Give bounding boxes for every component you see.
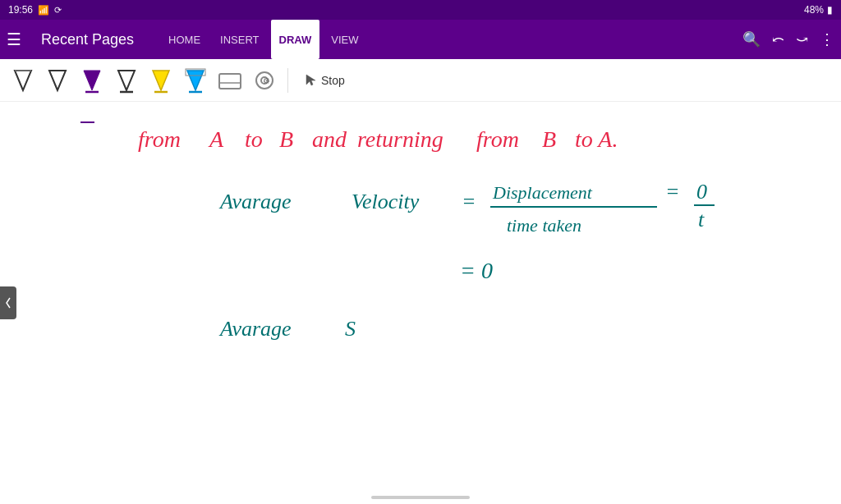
svg-marker-10 bbox=[187, 71, 204, 90]
highlighter-tool-1[interactable] bbox=[146, 66, 176, 95]
status-right: 48% ▮ bbox=[804, 4, 833, 16]
pen-tool-3[interactable] bbox=[77, 66, 107, 95]
time-display: 19:56 bbox=[8, 4, 33, 16]
pen-tool-4[interactable] bbox=[112, 66, 141, 95]
handwriting-content: from A to B and returning from B to A. A… bbox=[0, 102, 841, 504]
svg-marker-8 bbox=[153, 71, 169, 90]
highlighter-tool-2[interactable] bbox=[181, 66, 210, 95]
stop-label: Stop bbox=[321, 74, 345, 87]
battery-percent: 48% bbox=[804, 4, 824, 16]
hamburger-menu-icon[interactable]: ☰ bbox=[7, 30, 21, 49]
redo-icon[interactable]: ⤻ bbox=[796, 30, 808, 48]
svg-text:B: B bbox=[279, 126, 293, 152]
svg-text:returning: returning bbox=[357, 126, 443, 152]
stop-button[interactable]: Stop bbox=[296, 70, 352, 91]
svg-text:to: to bbox=[245, 126, 263, 152]
svg-text:Velocity: Velocity bbox=[352, 190, 420, 213]
svg-marker-0 bbox=[15, 71, 31, 90]
svg-text:and: and bbox=[312, 126, 347, 152]
sync-icon: ⟳ bbox=[54, 5, 62, 16]
drawing-canvas[interactable]: from A to B and returning from B to A. A… bbox=[0, 102, 841, 504]
wifi-icon: 📶 bbox=[38, 5, 49, 16]
svg-text:Avarage: Avarage bbox=[218, 190, 292, 213]
tool-settings[interactable]: ⚙ bbox=[250, 66, 279, 95]
svg-text:⚙: ⚙ bbox=[263, 76, 270, 85]
svg-text:= 0: = 0 bbox=[460, 258, 493, 283]
toolbar-divider bbox=[287, 68, 288, 93]
pen-tool-1[interactable] bbox=[8, 66, 38, 95]
scroll-indicator bbox=[371, 496, 470, 499]
svg-text:=: = bbox=[462, 190, 476, 213]
svg-rect-13 bbox=[219, 74, 241, 89]
app-title: Recent Pages bbox=[41, 31, 134, 48]
drawing-toolbar: ⚙ Stop bbox=[0, 59, 841, 102]
nav-icons: 🔍 ⤺ ⤻ ⋮ bbox=[742, 30, 834, 48]
status-left: 19:56 📶 ⟳ bbox=[8, 4, 62, 16]
pen-tool-2[interactable] bbox=[43, 66, 72, 95]
svg-text:B: B bbox=[542, 126, 556, 152]
undo-icon[interactable]: ⤺ bbox=[772, 30, 784, 48]
svg-text:0: 0 bbox=[696, 180, 707, 204]
nav-menu: HOME INSERT DRAW VIEW bbox=[160, 20, 729, 59]
svg-text:Avarage: Avarage bbox=[218, 317, 292, 341]
svg-text:=: = bbox=[665, 180, 680, 204]
svg-marker-3 bbox=[49, 71, 66, 90]
svg-text:to A.: to A. bbox=[575, 126, 618, 152]
svg-text:from: from bbox=[476, 126, 519, 152]
nav-item-draw[interactable]: DRAW bbox=[271, 20, 320, 59]
svg-text:time taken: time taken bbox=[507, 215, 581, 236]
svg-text:A: A bbox=[208, 126, 224, 152]
more-options-icon[interactable]: ⋮ bbox=[820, 30, 834, 48]
svg-text:S: S bbox=[345, 317, 356, 341]
svg-marker-4 bbox=[84, 71, 100, 90]
nav-item-view[interactable]: VIEW bbox=[323, 20, 366, 59]
nav-item-insert[interactable]: INSERT bbox=[212, 20, 267, 59]
svg-text:Displacement: Displacement bbox=[492, 182, 593, 203]
nav-bar: ☰ Recent Pages HOME INSERT DRAW VIEW 🔍 ⤺… bbox=[0, 20, 841, 59]
stop-cursor-icon bbox=[303, 73, 318, 88]
svg-marker-6 bbox=[118, 71, 135, 90]
battery-icon: ▮ bbox=[827, 4, 833, 16]
svg-text:from: from bbox=[138, 126, 181, 152]
status-bar: 19:56 📶 ⟳ 48% ▮ bbox=[0, 0, 841, 20]
nav-item-home[interactable]: HOME bbox=[160, 20, 209, 59]
eraser-tool[interactable] bbox=[215, 66, 245, 95]
search-icon[interactable]: 🔍 bbox=[742, 30, 761, 48]
svg-text:t: t bbox=[698, 208, 705, 231]
